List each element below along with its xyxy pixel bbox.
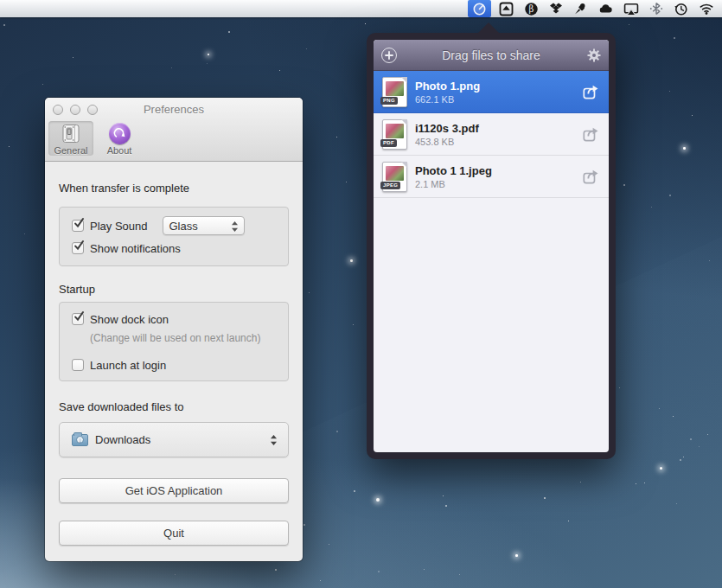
show-dock-icon-checkbox[interactable] bbox=[72, 313, 84, 325]
share-popover: Drag files to share bbox=[367, 33, 616, 459]
show-notifications-label: Show notifications bbox=[90, 242, 181, 255]
tab-about[interactable]: About bbox=[97, 121, 142, 156]
file-list: PNG Photo 1.png 662.1 KB PDF bbox=[374, 71, 609, 452]
cloud-menu-icon[interactable] bbox=[595, 0, 616, 17]
app-timer-menu-icon[interactable] bbox=[468, 0, 491, 17]
transfer-section-heading: When transfer is complete bbox=[59, 182, 289, 195]
show-dock-icon-label: Show dock icon bbox=[90, 313, 169, 326]
share-link-button[interactable] bbox=[582, 83, 600, 101]
png-file-icon: PNG bbox=[382, 77, 407, 107]
downloads-folder-icon: ↓ bbox=[72, 434, 88, 446]
settings-gear-button[interactable] bbox=[587, 48, 601, 66]
preferences-header: Preferences General bbox=[45, 98, 303, 162]
save-folder-popup[interactable]: ↓ Downloads bbox=[59, 422, 289, 457]
file-name: Photo 1.png bbox=[415, 80, 582, 93]
preferences-titlebar[interactable]: Preferences bbox=[45, 98, 303, 121]
save-folder-value: Downloads bbox=[95, 433, 150, 446]
menu-bar-status-icons: β bbox=[468, 0, 717, 17]
file-name: Photo 1 1.jpeg bbox=[415, 164, 582, 177]
get-ios-app-button[interactable]: Get iOS Application bbox=[59, 478, 289, 503]
add-file-button[interactable] bbox=[381, 48, 397, 63]
minimize-button[interactable] bbox=[70, 105, 80, 115]
popover-header: Drag files to share bbox=[374, 40, 609, 71]
popover-title: Drag files to share bbox=[442, 48, 540, 62]
share-link-button[interactable] bbox=[582, 168, 600, 186]
preferences-toolbar: General About bbox=[48, 121, 142, 161]
traffic-lights bbox=[53, 105, 98, 115]
gear-icon bbox=[587, 48, 601, 62]
menu-bar: β bbox=[0, 0, 722, 17]
popup-arrows-icon bbox=[231, 220, 239, 233]
launch-at-login-checkbox[interactable] bbox=[72, 359, 84, 371]
transfer-groupbox: Play Sound Glass Show notifications bbox=[59, 207, 289, 266]
popup-arrows-icon bbox=[270, 434, 278, 446]
file-size: 2.1 MB bbox=[415, 179, 582, 189]
svg-text:β: β bbox=[529, 3, 534, 13]
file-size: 662.1 KB bbox=[415, 94, 582, 105]
play-sound-checkbox[interactable] bbox=[72, 220, 84, 232]
uploader-box-menu-icon[interactable] bbox=[496, 0, 516, 17]
startup-groupbox: Show dock icon (Change will be used on n… bbox=[59, 302, 289, 381]
quit-button[interactable]: Quit bbox=[59, 521, 289, 546]
tab-general[interactable]: General bbox=[48, 121, 93, 156]
startup-section-heading: Startup bbox=[59, 283, 289, 297]
zoom-button[interactable] bbox=[87, 105, 98, 115]
about-swirl-icon bbox=[109, 123, 131, 144]
sound-popup[interactable]: Glass bbox=[163, 216, 245, 235]
file-name: i1120s 3.pdf bbox=[415, 122, 582, 135]
jpeg-file-icon: JPEG bbox=[382, 162, 407, 192]
tab-general-label: General bbox=[54, 145, 87, 156]
pushpin-menu-icon[interactable] bbox=[571, 0, 590, 17]
file-row-photo-1-png[interactable]: PNG Photo 1.png 662.1 KB bbox=[374, 71, 609, 113]
play-sound-label: Play Sound bbox=[90, 220, 148, 233]
beta-app-menu-icon[interactable]: β bbox=[521, 0, 541, 17]
close-button[interactable] bbox=[53, 105, 63, 115]
light-switch-icon bbox=[61, 123, 81, 144]
share-link-button[interactable] bbox=[582, 125, 600, 144]
wifi-menu-icon[interactable] bbox=[696, 0, 717, 17]
file-row-photo-1-1-jpeg[interactable]: JPEG Photo 1 1.jpeg 2.1 MB bbox=[374, 156, 609, 198]
dock-change-note: (Change will be used on next launch) bbox=[90, 332, 276, 345]
dropbox-menu-icon[interactable] bbox=[546, 0, 565, 17]
sound-popup-value: Glass bbox=[169, 220, 198, 233]
time-machine-menu-icon[interactable] bbox=[671, 0, 691, 17]
pdf-file-icon: PDF bbox=[382, 119, 407, 150]
airplay-menu-icon[interactable] bbox=[621, 0, 642, 17]
popover-arrow bbox=[477, 22, 500, 34]
bluetooth-menu-icon[interactable] bbox=[647, 0, 666, 17]
save-section-heading: Save downloaded files to bbox=[59, 400, 289, 414]
file-row-i1120s-3-pdf[interactable]: PDF i1120s 3.pdf 453.8 KB bbox=[374, 113, 609, 156]
file-size: 453.8 KB bbox=[415, 137, 582, 147]
preferences-window: Preferences General bbox=[45, 98, 303, 561]
show-notifications-checkbox[interactable] bbox=[72, 242, 84, 254]
launch-at-login-label: Launch at login bbox=[90, 359, 166, 372]
tab-about-label: About bbox=[107, 145, 132, 156]
